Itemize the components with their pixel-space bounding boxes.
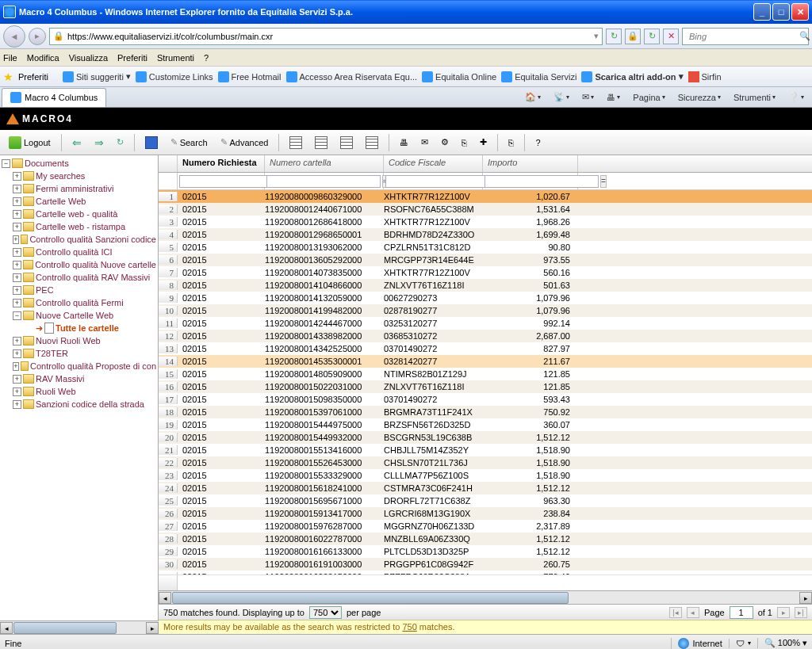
fav-scarica-addon[interactable]: Scarica altri add-on ▾ (581, 71, 683, 82)
pager-perpage-select[interactable]: 750 (309, 606, 342, 619)
pager-prev-button[interactable]: ◂ (687, 607, 699, 618)
table-row[interactable]: 12 02015 11920080014338982000 0368531027… (159, 330, 812, 342)
tree-item-selected[interactable]: ➜Tutte le cartelle (2, 322, 156, 334)
mail-button[interactable]: ✉▾ (579, 90, 597, 104)
mail-app-button[interactable]: ✉ (416, 133, 434, 152)
favorites-star-icon[interactable]: ★ (3, 71, 13, 83)
menu-modifica[interactable]: Modifica (27, 53, 59, 63)
tree-item[interactable]: +Controllo qualità Sanzioni codice (2, 233, 156, 246)
table-row[interactable]: 14 02015 11920080014535300001 0328142027… (159, 355, 812, 368)
table-row[interactable]: 19 02015 11920080015444975000 BRZSFN56T2… (159, 418, 812, 431)
table-row[interactable]: 15 02015 11920080014805909000 NTIMRS82B0… (159, 368, 812, 380)
table-row[interactable]: 20 02015 11920080015449932000 BSCGRN53L1… (159, 431, 812, 444)
fav-area-riservata[interactable]: Accesso Area Riservata Equ... (286, 71, 418, 82)
table-row[interactable]: 10 02015 11920080014199482000 0287819027… (159, 304, 812, 317)
tree-item[interactable]: +Cartelle web - ristampa (2, 220, 156, 233)
strumenti-menu[interactable]: Strumenti▾ (730, 91, 779, 104)
menu-help[interactable]: ? (204, 53, 209, 63)
home-button[interactable]: 🏠▾ (522, 90, 544, 104)
tree-item[interactable]: +Nuovi Ruoli Web (2, 334, 156, 347)
tree-item[interactable]: +Controllo qualità RAV Massivi (2, 271, 156, 284)
protected-mode[interactable]: 🛡▾ (729, 639, 751, 648)
tree-item[interactable]: +RAV Massivi (2, 372, 156, 385)
nav-prev-button[interactable]: ⇐ (67, 133, 87, 152)
tree-item[interactable]: +PEC (2, 284, 156, 296)
table-row[interactable]: 11 02015 11920080014244467000 0325312027… (159, 317, 812, 330)
close-button[interactable]: ✕ (791, 3, 809, 21)
warn-count-link[interactable]: 750 (402, 622, 416, 632)
tree-scrollbar[interactable]: ◂ ▸ (0, 620, 159, 634)
table-row[interactable]: 24 02015 11920080015618241000 CSTMRA73C0… (159, 482, 812, 494)
table-row[interactable]: 4 02015 11920080012968650001 BDRHMD78D24… (159, 228, 812, 241)
zoom-control[interactable]: 🔍 100% ▾ (757, 638, 807, 648)
stop-button[interactable]: 🔒 (625, 29, 641, 44)
tree-item[interactable]: +Controllo qualità Fermi (2, 296, 156, 309)
scroll-thumb[interactable] (13, 622, 117, 634)
help-button[interactable]: ❔▾ (785, 90, 807, 104)
filter-op-icon[interactable]: = (600, 175, 607, 188)
table-row[interactable]: 13 02015 11920080014342525000 0370149027… (159, 342, 812, 355)
table-row[interactable]: 9 02015 11920080014132059000 00627290273… (159, 292, 812, 304)
scroll-thumb[interactable] (172, 592, 569, 604)
pager-first-button[interactable]: |◂ (669, 607, 682, 618)
tree-item[interactable]: +Fermi amministrativi (2, 182, 156, 195)
tree-item[interactable]: +Controllo qualità Proposte di con (2, 360, 156, 372)
minimize-button[interactable]: _ (753, 3, 771, 21)
sicurezza-menu[interactable]: Sicurezza▾ (675, 91, 724, 104)
search-box[interactable]: 🔍 (682, 28, 809, 45)
tool-button-4[interactable]: ⎘ (503, 133, 519, 152)
security-zone[interactable]: Internet (671, 638, 722, 649)
refresh-app-button[interactable]: ↻ (111, 133, 129, 152)
fav-siti-suggeriti[interactable]: Siti suggeriti ▾ (63, 71, 131, 82)
fav-customize-links[interactable]: Customize Links (136, 71, 213, 82)
table-row[interactable]: 2 02015 11920080012440671000 RSOFNC76A55… (159, 203, 812, 216)
table-row[interactable]: 8 02015 11920080014104866000 ZNLXVT76T16… (159, 279, 812, 292)
column-header-importo[interactable]: Importo (483, 155, 578, 172)
scroll-right-icon[interactable]: ▸ (799, 592, 812, 604)
back-button[interactable]: ◄ (3, 25, 25, 48)
search-button[interactable]: ✎Search (165, 133, 213, 152)
tree-item[interactable]: −Nuove Cartelle Web (2, 309, 156, 322)
cancel-button[interactable]: ✕ (663, 29, 679, 44)
feeds-button[interactable]: 📡▾ (550, 90, 573, 104)
table-row[interactable]: 22 02015 11920080015526453000 CHSLSN70T2… (159, 456, 812, 469)
column-header-codice-fiscale[interactable]: Codice Fiscale (384, 155, 483, 172)
advanced-button[interactable]: ✎Advanced (215, 133, 274, 152)
scroll-left-icon[interactable]: ◂ (159, 592, 171, 604)
table-row[interactable]: 28 02015 11920080016022787000 MNZBLL69A0… (159, 533, 812, 545)
url-input[interactable] (67, 32, 594, 41)
scroll-right-icon[interactable]: ▸ (146, 622, 159, 634)
table-row[interactable]: 27 02015 11920080015976287000 MGGRNZ70H0… (159, 520, 812, 533)
grid-button-1[interactable] (284, 133, 308, 152)
maximize-button[interactable]: □ (772, 3, 790, 21)
column-header-numero-cartella[interactable]: Numero cartella (265, 155, 384, 172)
tool-button-1[interactable]: ⚙ (435, 133, 454, 152)
filter-importo[interactable] (485, 175, 599, 188)
print-button[interactable]: 🖶▾ (603, 91, 623, 104)
tree-item[interactable]: +Sanzioni codice della strada (2, 398, 156, 410)
fav-free-hotmail[interactable]: Free Hotmail (218, 71, 282, 82)
table-row[interactable]: 3 02015 11920080012686418000 XHTKTR77R12… (159, 216, 812, 228)
tree-item[interactable]: +Cartelle Web (2, 195, 156, 208)
menu-file[interactable]: File (3, 53, 17, 63)
fav-equitalia-servizi[interactable]: Equitalia Servizi (501, 71, 576, 82)
table-row[interactable]: 18 02015 11920080015397061000 BRGMRA73T1… (159, 406, 812, 418)
menu-visualizza[interactable]: Visualizza (69, 53, 108, 63)
fav-equitalia-online[interactable]: Equitalia Online (422, 71, 496, 82)
table-row[interactable]: 30 02015 11920080016191003000 PRGGPP61C0… (159, 558, 812, 571)
address-bar[interactable]: 🔒 ▾ (49, 28, 603, 45)
browser-tab[interactable]: Macro 4 Columbus (2, 88, 106, 107)
table-row[interactable]: 17 02015 11920080015098350000 0370149027… (159, 393, 812, 406)
tree-item[interactable]: +T28TER (2, 347, 156, 360)
logout-button[interactable]: Logout (3, 133, 56, 152)
tool-button-2[interactable]: ⎘ (456, 133, 473, 152)
tree-item[interactable]: +Controllo qualità ICI (2, 246, 156, 258)
grid-button-4[interactable] (360, 133, 384, 152)
filter-numero-cartella[interactable] (266, 175, 381, 188)
column-header-numero-richiesta[interactable]: Numero Richiesta (178, 155, 265, 172)
table-row[interactable]: 6 02015 11920080013605292000 MRCGPP73R14… (159, 254, 812, 266)
save-button[interactable] (140, 133, 163, 152)
menu-preferiti[interactable]: Preferiti (117, 53, 147, 63)
pager-next-button[interactable]: ▸ (777, 607, 790, 618)
refresh-button[interactable]: ↻ (644, 29, 660, 44)
